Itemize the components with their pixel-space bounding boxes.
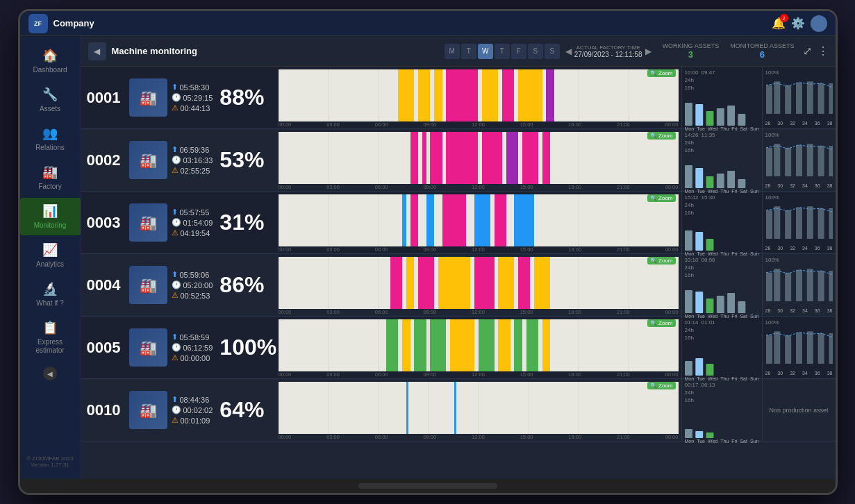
svg-rect-32: [796, 208, 802, 239]
time-warn-row: ⚠ 00:44:13: [172, 103, 213, 112]
sidebar-item-relations[interactable]: 👥 Relations: [20, 120, 81, 158]
svg-rect-39: [716, 296, 724, 313]
zoom-button-0010[interactable]: 🔍 Zoom: [647, 382, 676, 389]
svg-rect-30: [774, 206, 780, 239]
time-up-row: ⬆ 05:59:06: [172, 270, 213, 279]
machine-times-0002: ⬆ 06:59:36 🕐 03:16:33 ⚠ 02:55:25: [172, 145, 213, 175]
time-warn-row: ⚠ 00:01:09: [172, 416, 213, 425]
zoom-button-0004[interactable]: 🔍 Zoom: [647, 257, 676, 264]
main-layout: 🏠 Dashboard 🔧 Assets 👥 Relations 🏭 Facto…: [20, 36, 836, 479]
time-run-value: 00:02:02: [183, 406, 213, 414]
warn-icon: ⚠: [172, 416, 179, 425]
monitored-assets-stat: MONITORED ASSETS 6: [730, 42, 794, 60]
svg-rect-17: [727, 171, 735, 188]
sidebar-item-express[interactable]: 📋 Express estimator: [20, 314, 81, 360]
zoom-button-0005[interactable]: 🔍 Zoom: [647, 319, 676, 327]
machine-thumbnail-0004[interactable]: 🏭: [129, 266, 167, 304]
time-run-row: 🕐 05:20:00: [172, 280, 213, 289]
timeline-canvas-0003: [279, 194, 679, 246]
machine-thumbnail-0003[interactable]: 🏭: [129, 203, 167, 242]
machine-thumbnail-0001[interactable]: 🏭: [129, 78, 167, 117]
zoom-button-0002[interactable]: 🔍 Zoom: [647, 132, 676, 140]
machine-thumbnail-0002[interactable]: 🏭: [129, 141, 167, 179]
page-title: Machine monitoring: [112, 46, 439, 56]
day-btn-fri[interactable]: F: [511, 44, 526, 59]
day-btn-sat[interactable]: S: [528, 44, 543, 59]
svg-rect-56: [806, 331, 813, 364]
notification-icon[interactable]: 🔔 2: [772, 17, 786, 30]
clock-icon: 🕐: [172, 156, 181, 165]
time-up-row: ⬆ 08:44:36: [172, 395, 213, 404]
clock-icon: 🕐: [172, 343, 181, 352]
monitor-frame: ZF Company 🔔 2 ⚙️ 🏠 Dashboard: [18, 9, 838, 495]
svg-rect-22: [796, 145, 802, 176]
machine-id-0003: 0003: [87, 214, 125, 232]
date-value: 27/09/2023 - 12:11:58: [574, 51, 642, 58]
warn-icon: ⚠: [172, 166, 179, 175]
svg-rect-48: [829, 271, 833, 301]
svg-rect-27: [695, 232, 703, 251]
time-up-value: 06:59:36: [180, 146, 210, 154]
time-warn-row: ⚠ 00:52:53: [172, 291, 213, 300]
sidebar-item-factory[interactable]: 🏭 Factory: [20, 159, 81, 196]
machine-row-0003: 0003 🏭 ⬆ 05:57:55 🕐 01:54:09 ⚠ 04:19:54 …: [81, 192, 836, 254]
machine-thumbnail-0010[interactable]: 🏭: [129, 391, 167, 429]
top-bar-icons: 🔔 2 ⚙️: [772, 15, 827, 32]
up-arrow-icon: ⬆: [172, 333, 178, 342]
date-prev-btn[interactable]: ◀: [565, 47, 572, 56]
day-btn-tue[interactable]: T: [461, 44, 476, 59]
express-icon: 📋: [42, 320, 58, 335]
monitoring-icon: 📊: [42, 203, 58, 219]
svg-rect-13: [685, 165, 692, 188]
timeline-axis-0004: 00:0003:0006:0009:0012:0015:0018:0021:00…: [279, 309, 679, 316]
day-btn-wed[interactable]: W: [478, 44, 493, 59]
machine-thumbnail-0005[interactable]: 🏭: [129, 328, 167, 367]
machine-image-0010: 🏭: [129, 391, 167, 429]
more-options-button[interactable]: ⋮: [817, 44, 829, 58]
timeline-canvas-0010: [279, 382, 679, 434]
trend-chart-section-0010: Non production asset: [763, 379, 836, 441]
svg-rect-36: [685, 290, 692, 313]
day-btn-mon[interactable]: M: [445, 44, 460, 59]
machine-image-0003: 🏭: [129, 203, 167, 242]
machine-info-0002: 0002 🏭 ⬆ 06:59:36 🕐 03:16:33 ⚠ 02:55:25 …: [81, 129, 276, 191]
zoom-button-0003[interactable]: 🔍 Zoom: [647, 194, 676, 202]
date-next-btn[interactable]: ▶: [645, 47, 651, 56]
back-button[interactable]: ◀: [88, 42, 106, 60]
svg-rect-2: [706, 111, 713, 126]
sidebar-item-assets[interactable]: 🔧 Assets: [20, 81, 81, 119]
settings-icon[interactable]: ⚙️: [791, 17, 805, 30]
day-btn-thu[interactable]: T: [495, 44, 510, 59]
day-btn-sun[interactable]: S: [545, 44, 560, 59]
svg-rect-58: [829, 333, 833, 364]
sidebar-footer: © ZOOMFAB 2023 Version 1.27.31: [20, 450, 81, 473]
svg-rect-25: [829, 146, 833, 176]
time-up-value: 05:57:55: [180, 208, 210, 217]
svg-rect-18: [738, 179, 745, 188]
timeline-section-0002: 🔍 Zoom 00:0003:0006:0009:0012:0015:0018:…: [276, 129, 681, 191]
clock-icon: 🕐: [172, 280, 181, 289]
sidebar-item-dashboard[interactable]: 🏠 Dashboard: [20, 42, 81, 80]
timeline-section-0004: 🔍 Zoom 00:0003:0006:0009:0012:0015:0018:…: [276, 254, 681, 316]
svg-rect-44: [785, 273, 791, 301]
svg-rect-1: [695, 104, 703, 126]
time-warn-value: 00:00:00: [181, 354, 210, 362]
sidebar-item-analytics[interactable]: 📈 Analytics: [20, 237, 81, 274]
machine-times-0003: ⬆ 05:57:55 🕐 01:54:09 ⚠ 04:19:54: [172, 208, 213, 237]
dashboard-icon: 🏠: [42, 48, 58, 63]
zoom-button-0001[interactable]: 🔍 Zoom: [647, 69, 676, 77]
expand-button[interactable]: ⤢: [803, 44, 812, 58]
timeline-section-0001: 🔍 Zoom 00:0003:0006:0009:0012:0015:0018:…: [276, 67, 681, 128]
machine-info-0003: 0003 🏭 ⬆ 05:57:55 🕐 01:54:09 ⚠ 04:19:54 …: [81, 192, 276, 253]
time-warn-value: 00:44:13: [181, 104, 210, 112]
machine-row-0010: 0010 🏭 ⬆ 08:44:36 🕐 00:02:02 ⚠ 00:01:09 …: [81, 379, 836, 442]
working-assets-stat: WORKING ASSETS 3: [663, 42, 720, 60]
machine-pct-0001: 88%: [219, 85, 264, 110]
sidebar-item-whatif[interactable]: 🔬 What if ?: [20, 276, 81, 313]
sidebar-collapse-btn[interactable]: ◀: [43, 367, 57, 380]
time-up-value: 05:59:06: [180, 271, 210, 279]
footer-text: © ZOOMFAB 2023 Version 1.27.31: [26, 455, 75, 468]
machine-id-0002: 0002: [87, 151, 125, 169]
user-avatar[interactable]: [811, 15, 827, 32]
sidebar-item-monitoring[interactable]: 📊 Monitoring: [20, 198, 81, 235]
